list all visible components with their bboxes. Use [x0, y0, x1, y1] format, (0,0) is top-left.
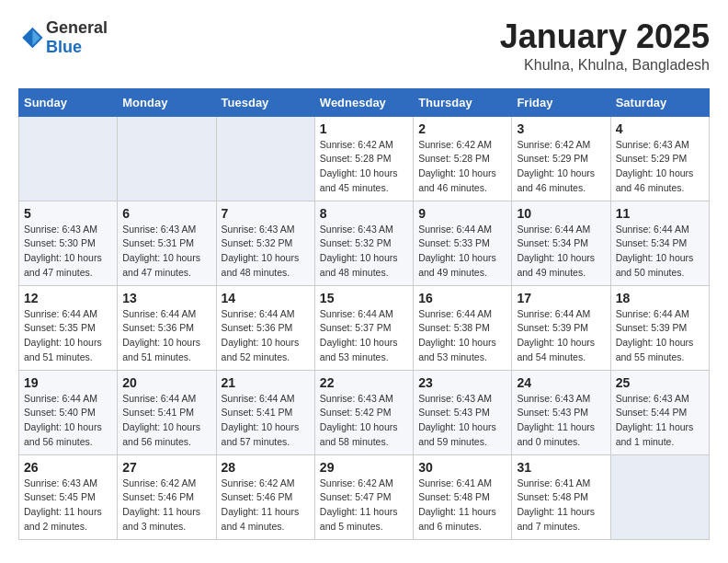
calendar-week-row: 26Sunrise: 6:43 AM Sunset: 5:45 PM Dayli…: [19, 454, 710, 539]
day-info: Sunrise: 6:44 AM Sunset: 5:40 PM Dayligh…: [24, 392, 112, 450]
day-info: Sunrise: 6:42 AM Sunset: 5:28 PM Dayligh…: [418, 138, 506, 196]
calendar-cell: 17Sunrise: 6:44 AM Sunset: 5:39 PM Dayli…: [512, 285, 610, 370]
logo-icon: [18, 25, 44, 51]
day-number: 11: [616, 206, 704, 221]
calendar-cell: 12Sunrise: 6:44 AM Sunset: 5:35 PM Dayli…: [19, 285, 118, 370]
calendar-cell: 4Sunrise: 6:43 AM Sunset: 5:29 PM Daylig…: [610, 116, 709, 201]
day-info: Sunrise: 6:44 AM Sunset: 5:34 PM Dayligh…: [616, 223, 704, 281]
page-header: General Blue January 2025 Khulna, Khulna…: [18, 18, 710, 74]
day-info: Sunrise: 6:41 AM Sunset: 5:48 PM Dayligh…: [517, 477, 605, 534]
day-info: Sunrise: 6:42 AM Sunset: 5:28 PM Dayligh…: [320, 138, 408, 196]
day-info: Sunrise: 6:42 AM Sunset: 5:46 PM Dayligh…: [122, 477, 210, 534]
calendar-cell: 7Sunrise: 6:43 AM Sunset: 5:32 PM Daylig…: [216, 201, 314, 285]
day-info: Sunrise: 6:44 AM Sunset: 5:41 PM Dayligh…: [222, 392, 310, 450]
calendar-week-row: 5Sunrise: 6:43 AM Sunset: 5:30 PM Daylig…: [19, 201, 710, 285]
day-info: Sunrise: 6:43 AM Sunset: 5:30 PM Dayligh…: [24, 223, 112, 281]
day-number: 7: [222, 206, 310, 221]
day-info: Sunrise: 6:44 AM Sunset: 5:39 PM Dayligh…: [517, 307, 605, 365]
calendar-cell: 3Sunrise: 6:42 AM Sunset: 5:29 PM Daylig…: [512, 116, 610, 201]
day-number: 16: [418, 291, 506, 305]
weekday-header-sunday: Sunday: [19, 88, 118, 116]
calendar-cell: 31Sunrise: 6:41 AM Sunset: 5:48 PM Dayli…: [512, 454, 610, 539]
calendar-cell: 11Sunrise: 6:44 AM Sunset: 5:34 PM Dayli…: [610, 201, 709, 285]
day-info: Sunrise: 6:42 AM Sunset: 5:29 PM Dayligh…: [517, 138, 605, 196]
day-number: 8: [320, 206, 408, 221]
calendar-week-row: 1Sunrise: 6:42 AM Sunset: 5:28 PM Daylig…: [19, 116, 710, 201]
weekday-header-friday: Friday: [512, 88, 610, 116]
calendar-cell: 10Sunrise: 6:44 AM Sunset: 5:34 PM Dayli…: [512, 201, 610, 285]
day-number: 20: [122, 375, 210, 390]
calendar-week-row: 19Sunrise: 6:44 AM Sunset: 5:40 PM Dayli…: [19, 370, 710, 454]
calendar-cell: 13Sunrise: 6:44 AM Sunset: 5:36 PM Dayli…: [118, 285, 216, 370]
calendar-cell: [216, 116, 314, 201]
day-info: Sunrise: 6:43 AM Sunset: 5:44 PM Dayligh…: [616, 392, 704, 450]
calendar-cell: 21Sunrise: 6:44 AM Sunset: 5:41 PM Dayli…: [216, 370, 314, 454]
day-info: Sunrise: 6:44 AM Sunset: 5:33 PM Dayligh…: [418, 223, 506, 281]
day-info: Sunrise: 6:43 AM Sunset: 5:43 PM Dayligh…: [517, 392, 605, 450]
calendar-cell: [118, 116, 216, 201]
day-number: 4: [616, 121, 704, 136]
day-number: 31: [517, 460, 605, 475]
calendar-week-row: 12Sunrise: 6:44 AM Sunset: 5:35 PM Dayli…: [19, 285, 710, 370]
day-number: 29: [320, 460, 408, 475]
day-number: 15: [320, 291, 408, 305]
day-number: 28: [222, 460, 310, 475]
calendar-cell: 1Sunrise: 6:42 AM Sunset: 5:28 PM Daylig…: [314, 116, 413, 201]
day-number: 26: [24, 460, 112, 475]
calendar-cell: 22Sunrise: 6:43 AM Sunset: 5:42 PM Dayli…: [314, 370, 413, 454]
day-info: Sunrise: 6:44 AM Sunset: 5:35 PM Dayligh…: [24, 307, 112, 365]
weekday-header-saturday: Saturday: [610, 88, 709, 116]
day-number: 22: [320, 375, 408, 390]
weekday-header-tuesday: Tuesday: [216, 88, 314, 116]
calendar-cell: 18Sunrise: 6:44 AM Sunset: 5:39 PM Dayli…: [610, 285, 709, 370]
calendar-cell: 26Sunrise: 6:43 AM Sunset: 5:45 PM Dayli…: [19, 454, 118, 539]
calendar-cell: 2Sunrise: 6:42 AM Sunset: 5:28 PM Daylig…: [414, 116, 512, 201]
calendar-cell: 24Sunrise: 6:43 AM Sunset: 5:43 PM Dayli…: [512, 370, 610, 454]
day-info: Sunrise: 6:43 AM Sunset: 5:45 PM Dayligh…: [24, 477, 112, 534]
day-number: 9: [418, 206, 506, 221]
day-info: Sunrise: 6:43 AM Sunset: 5:32 PM Dayligh…: [320, 223, 408, 281]
calendar-cell: 27Sunrise: 6:42 AM Sunset: 5:46 PM Dayli…: [118, 454, 216, 539]
logo-text-blue: Blue: [46, 38, 82, 56]
day-info: Sunrise: 6:44 AM Sunset: 5:36 PM Dayligh…: [222, 307, 310, 365]
calendar-cell: 19Sunrise: 6:44 AM Sunset: 5:40 PM Dayli…: [19, 370, 118, 454]
calendar-cell: 20Sunrise: 6:44 AM Sunset: 5:41 PM Dayli…: [118, 370, 216, 454]
day-number: 10: [517, 206, 605, 221]
calendar-cell: 8Sunrise: 6:43 AM Sunset: 5:32 PM Daylig…: [314, 201, 413, 285]
day-number: 14: [222, 291, 310, 305]
day-info: Sunrise: 6:43 AM Sunset: 5:42 PM Dayligh…: [320, 392, 408, 450]
day-number: 6: [122, 206, 210, 221]
day-info: Sunrise: 6:44 AM Sunset: 5:39 PM Dayligh…: [616, 307, 704, 365]
weekday-header-wednesday: Wednesday: [314, 88, 413, 116]
day-number: 19: [24, 375, 112, 390]
day-info: Sunrise: 6:44 AM Sunset: 5:34 PM Dayligh…: [517, 223, 605, 281]
calendar-table: SundayMondayTuesdayWednesdayThursdayFrid…: [18, 88, 710, 540]
calendar-cell: 5Sunrise: 6:43 AM Sunset: 5:30 PM Daylig…: [19, 201, 118, 285]
day-info: Sunrise: 6:44 AM Sunset: 5:38 PM Dayligh…: [418, 307, 506, 365]
location-title: Khulna, Khulna, Bangladesh: [500, 57, 710, 74]
day-info: Sunrise: 6:44 AM Sunset: 5:36 PM Dayligh…: [122, 307, 210, 365]
calendar-cell: 9Sunrise: 6:44 AM Sunset: 5:33 PM Daylig…: [414, 201, 512, 285]
calendar-cell: 28Sunrise: 6:42 AM Sunset: 5:46 PM Dayli…: [216, 454, 314, 539]
calendar-cell: 15Sunrise: 6:44 AM Sunset: 5:37 PM Dayli…: [314, 285, 413, 370]
day-info: Sunrise: 6:42 AM Sunset: 5:46 PM Dayligh…: [222, 477, 310, 534]
day-number: 30: [418, 460, 506, 475]
day-number: 2: [418, 121, 506, 136]
day-number: 25: [616, 375, 704, 390]
day-number: 1: [320, 121, 408, 136]
title-block: January 2025 Khulna, Khulna, Bangladesh: [500, 18, 710, 74]
day-number: 5: [24, 206, 112, 221]
calendar-cell: 6Sunrise: 6:43 AM Sunset: 5:31 PM Daylig…: [118, 201, 216, 285]
day-number: 13: [122, 291, 210, 305]
day-info: Sunrise: 6:41 AM Sunset: 5:48 PM Dayligh…: [418, 477, 506, 534]
day-number: 18: [616, 291, 704, 305]
day-number: 21: [222, 375, 310, 390]
logo: General Blue: [18, 18, 108, 57]
day-number: 23: [418, 375, 506, 390]
day-number: 27: [122, 460, 210, 475]
day-info: Sunrise: 6:44 AM Sunset: 5:37 PM Dayligh…: [320, 307, 408, 365]
day-number: 12: [24, 291, 112, 305]
logo-text-general: General: [46, 18, 108, 37]
day-info: Sunrise: 6:43 AM Sunset: 5:43 PM Dayligh…: [418, 392, 506, 450]
calendar-cell: 29Sunrise: 6:42 AM Sunset: 5:47 PM Dayli…: [314, 454, 413, 539]
